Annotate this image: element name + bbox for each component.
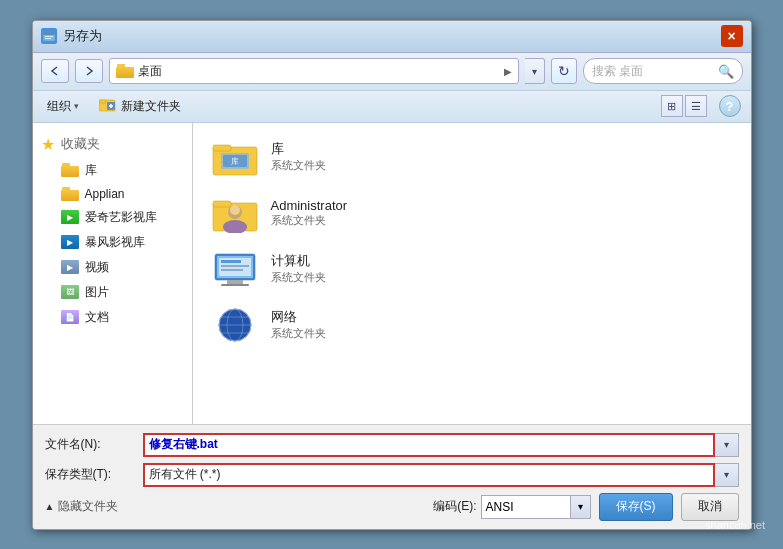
filetype-value: 所有文件 (*.*) — [149, 466, 221, 483]
file-name: Administrator — [271, 198, 348, 213]
encoding-select-group: ANSI ▾ — [481, 495, 591, 519]
organize-bar: 组织 ▾ 新建文件夹 ⊞ ☰ ? — [33, 91, 751, 123]
file-item[interactable]: 网络 系统文件夹 — [203, 301, 741, 349]
svg-point-18 — [230, 205, 240, 215]
iqiyi-icon: ▶ — [61, 210, 79, 224]
sidebar-item-images[interactable]: 🖼 图片 — [33, 280, 192, 305]
encoding-dropdown[interactable]: ▾ — [571, 495, 591, 519]
view-icon-1: ⊞ — [667, 100, 676, 113]
refresh-button[interactable]: ↻ — [551, 58, 577, 84]
sidebar-item-iqiyi[interactable]: ▶ 爱奇艺影视库 — [33, 205, 192, 230]
sidebar-item-label: Applian — [85, 187, 125, 201]
svg-rect-3 — [45, 38, 51, 39]
cancel-label: 取消 — [698, 498, 722, 515]
favorites-label: 收藏夹 — [61, 135, 100, 153]
encoding-select[interactable]: ANSI — [481, 495, 571, 519]
main-content: ★ 收藏夹 库 Applian ▶ 爱奇艺影视库 — [33, 123, 751, 424]
sidebar-item-applian[interactable]: Applian — [33, 183, 192, 205]
address-arrow-icon: ▶ — [504, 66, 512, 77]
file-icon-library: 库 — [211, 137, 259, 177]
address-bar[interactable]: 桌面 ▶ — [109, 58, 519, 84]
file-type: 系统文件夹 — [271, 326, 326, 341]
organize-button[interactable]: 组织 ▾ — [43, 96, 83, 117]
sidebar-item-docs[interactable]: 📄 文档 — [33, 305, 192, 330]
watermark-text: shancun.net — [705, 519, 765, 531]
filetype-dropdown[interactable]: ▾ — [715, 463, 739, 487]
file-icon-computer — [211, 249, 259, 289]
new-folder-icon — [99, 97, 117, 116]
sidebar-item-library[interactable]: 库 — [33, 158, 192, 183]
filename-row: 文件名(N): ▾ — [45, 433, 739, 457]
view-btn-1[interactable]: ⊞ — [661, 95, 683, 117]
view-btn-2[interactable]: ☰ — [685, 95, 707, 117]
filename-dropdown[interactable]: ▾ — [715, 433, 739, 457]
file-list: 库 库 系统文件夹 — [193, 123, 751, 424]
video-icon: ▶ — [61, 260, 79, 274]
sidebar-item-baofeng[interactable]: ▶ 暴风影视库 — [33, 230, 192, 255]
file-info: 计算机 系统文件夹 — [271, 252, 326, 285]
dialog-title: 另存为 — [63, 27, 721, 45]
svg-rect-5 — [99, 100, 106, 103]
file-item[interactable]: 计算机 系统文件夹 — [203, 245, 741, 293]
filetype-row: 保存类型(T): 所有文件 (*.*) ▾ — [45, 463, 739, 487]
svg-rect-1 — [43, 32, 55, 35]
encoding-label: 编码(E): — [433, 498, 476, 515]
svg-rect-22 — [221, 284, 249, 286]
cancel-button[interactable]: 取消 — [681, 493, 739, 521]
filename-input-group: ▾ — [143, 433, 739, 457]
svg-rect-2 — [45, 36, 53, 37]
file-name: 计算机 — [271, 252, 326, 270]
address-dropdown-button[interactable]: ▾ — [525, 58, 545, 84]
forward-button[interactable] — [75, 59, 103, 83]
sidebar-item-label: 文档 — [85, 309, 109, 326]
save-button[interactable]: 保存(S) — [599, 493, 673, 521]
svg-text:库: 库 — [231, 157, 239, 166]
svg-rect-10 — [213, 145, 231, 151]
images-icon: 🖼 — [61, 285, 79, 299]
watermark: shancun.net — [705, 519, 765, 531]
title-bar: 另存为 × — [33, 21, 751, 53]
sidebar-item-label: 爱奇艺影视库 — [85, 209, 157, 226]
help-button[interactable]: ? — [719, 95, 741, 117]
file-item[interactable]: Administrator 系统文件夹 — [203, 189, 741, 237]
address-text: 桌面 — [138, 63, 500, 80]
file-info: 网络 系统文件夹 — [271, 308, 326, 341]
file-name: 库 — [271, 140, 326, 158]
save-dialog: 另存为 × 桌面 ▶ ▾ ↻ 搜索 桌面 🔍 组织 ▾ — [32, 20, 752, 530]
close-button[interactable]: × — [721, 25, 743, 47]
svg-rect-15 — [213, 201, 231, 207]
file-name: 网络 — [271, 308, 326, 326]
file-type: 系统文件夹 — [271, 270, 326, 285]
sidebar-item-video[interactable]: ▶ 视频 — [33, 255, 192, 280]
file-icon-admin — [211, 193, 259, 233]
hidden-folder-toggle[interactable]: ▲ 隐藏文件夹 — [45, 498, 119, 515]
sidebar-item-label: 图片 — [85, 284, 109, 301]
filename-label: 文件名(N): — [45, 436, 135, 453]
filename-input[interactable] — [143, 433, 715, 457]
file-icon-network — [211, 305, 259, 345]
svg-rect-26 — [221, 269, 243, 271]
back-button[interactable] — [41, 59, 69, 83]
search-bar[interactable]: 搜索 桌面 🔍 — [583, 58, 743, 84]
filetype-select[interactable]: 所有文件 (*.*) — [143, 463, 715, 487]
sidebar: ★ 收藏夹 库 Applian ▶ 爱奇艺影视库 — [33, 123, 193, 424]
view-icon-2: ☰ — [691, 100, 701, 113]
applian-folder-icon — [61, 187, 79, 201]
new-folder-button[interactable]: 新建文件夹 — [95, 95, 185, 118]
filetype-input-group: 所有文件 (*.*) ▾ — [143, 463, 739, 487]
dialog-icon — [41, 28, 57, 44]
file-item[interactable]: 库 库 系统文件夹 — [203, 133, 741, 181]
encoding-group: 编码(E): ANSI ▾ — [433, 495, 590, 519]
sidebar-item-label: 暴风影视库 — [85, 234, 145, 251]
address-toolbar: 桌面 ▶ ▾ ↻ 搜索 桌面 🔍 — [33, 53, 751, 91]
action-buttons: 编码(E): ANSI ▾ 保存(S) 取消 — [433, 493, 738, 521]
bottom-area: 文件名(N): ▾ 保存类型(T): 所有文件 (*.*) ▾ ▲ 隐藏文件夹 — [33, 424, 751, 529]
view-buttons: ⊞ ☰ — [661, 95, 707, 117]
svg-rect-21 — [227, 280, 243, 284]
filetype-label: 保存类型(T): — [45, 466, 135, 483]
address-folder-icon — [116, 64, 134, 78]
svg-rect-25 — [221, 265, 249, 267]
favorites-header[interactable]: ★ 收藏夹 — [33, 131, 192, 158]
svg-rect-24 — [221, 260, 241, 263]
star-icon: ★ — [41, 135, 55, 154]
